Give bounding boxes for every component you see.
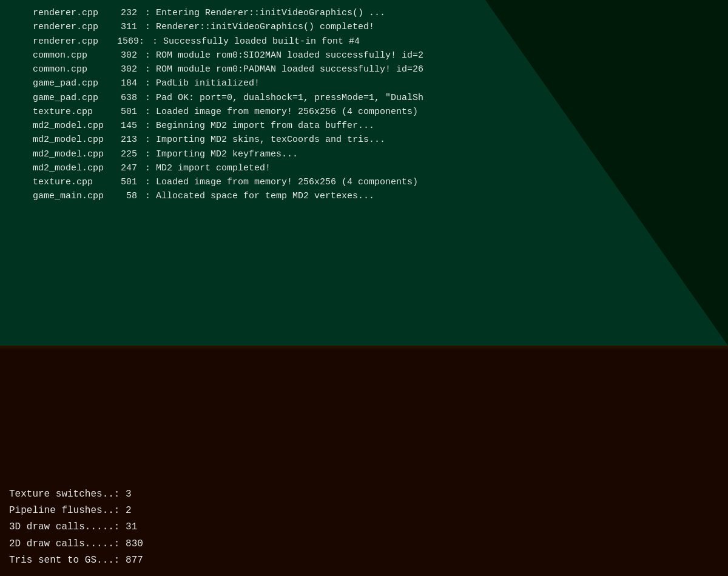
log-filename: md2_model.cpp — [27, 119, 106, 133]
log-linenum: 1569: — [106, 35, 147, 49]
stats-label: 3D draw calls.....: — [9, 521, 120, 532]
stats-value: 31 — [126, 521, 137, 532]
log-line: renderer.cpp 1569: : Successfully loaded… — [9, 35, 719, 49]
log-message: : PadLib initialized! — [140, 76, 260, 90]
log-message: : Successfully loaded built-in font #4 — [147, 35, 360, 49]
log-message: : Allocated space for temp MD2 vertexes.… — [140, 189, 374, 203]
log-line: common.cpp 302 : ROM module rom0:PADMAN … — [9, 62, 719, 76]
stats-value: 877 — [126, 555, 143, 566]
log-linenum: 213 — [106, 133, 140, 147]
stats-value: 830 — [126, 538, 143, 549]
log-message: : Pad OK: port=0, dualshock=1, pressMode… — [140, 91, 423, 105]
log-filename: renderer.cpp — [27, 6, 106, 20]
log-line: texture.cpp 501 : Loaded image from memo… — [9, 175, 719, 189]
log-linenum: 638 — [106, 91, 140, 105]
stats-line: 2D draw calls.....: 830 — [9, 536, 719, 552]
log-filename: renderer.cpp — [27, 35, 106, 49]
stats-line: 3D draw calls.....: 31 — [9, 519, 719, 535]
log-filename: texture.cpp — [27, 105, 106, 119]
log-linenum: 501 — [106, 175, 140, 189]
log-linenum: 58 — [106, 189, 140, 203]
log-line: md2_model.cpp 225 : Importing MD2 keyfra… — [9, 147, 719, 161]
log-filename: game_main.cpp — [27, 189, 106, 203]
log-linenum: 225 — [106, 147, 140, 161]
stats-label: Pipeline flushes..: — [9, 505, 120, 516]
log-linenum: 302 — [106, 62, 140, 76]
stats-line: Pipeline flushes..: 2 — [9, 503, 719, 519]
stats-line: Texture switches..: 3 — [9, 486, 719, 503]
log-filename: common.cpp — [27, 62, 106, 76]
log-line: md2_model.cpp 213 : Importing MD2 skins,… — [9, 133, 719, 147]
log-message: : Loaded image from memory! 256x256 (4 c… — [140, 175, 418, 189]
log-filename: md2_model.cpp — [27, 161, 106, 175]
log-filename: game_pad.cpp — [27, 76, 106, 90]
log-linenum: 311 — [106, 20, 140, 34]
log-line: renderer.cpp 311 : Renderer::initVideoGr… — [9, 20, 719, 34]
stats-label: 2D draw calls.....: — [9, 538, 120, 549]
log-filename: md2_model.cpp — [27, 133, 106, 147]
log-message: : Loaded image from memory! 256x256 (4 c… — [140, 105, 418, 119]
log-message: : Beginning MD2 import from data buffer.… — [140, 119, 374, 133]
log-message: : MD2 import completed! — [140, 161, 271, 175]
log-linenum: 232 — [106, 6, 140, 20]
stats-panel: Texture switches..: 3Pipeline flushes..:… — [0, 350, 728, 576]
stats-value: 3 — [126, 489, 132, 500]
log-line: game_main.cpp 58 : Allocated space for t… — [9, 189, 719, 203]
stats-label: Texture switches..: — [9, 489, 120, 500]
log-line: game_pad.cpp 184 : PadLib initialized! — [9, 76, 719, 90]
stats-label: Tris sent to GS...: — [9, 555, 120, 566]
log-output-panel: renderer.cpp 232 : Entering Renderer::in… — [0, 0, 728, 346]
log-linenum: 247 — [106, 161, 140, 175]
log-line: common.cpp 302 : ROM module rom0:SIO2MAN… — [9, 49, 719, 62]
log-linenum: 302 — [106, 49, 140, 62]
log-linenum: 501 — [106, 105, 140, 119]
log-filename: game_pad.cpp — [27, 91, 106, 105]
log-line: md2_model.cpp 145 : Beginning MD2 import… — [9, 119, 719, 133]
log-filename: renderer.cpp — [27, 20, 106, 34]
log-message: : Importing MD2 skins, texCoords and tri… — [140, 133, 385, 147]
log-message: : Importing MD2 keyframes... — [140, 147, 298, 161]
log-message: : ROM module rom0:SIO2MAN loaded success… — [140, 49, 423, 62]
log-filename: texture.cpp — [27, 175, 106, 189]
log-linenum: 145 — [106, 119, 140, 133]
log-line: texture.cpp 501 : Loaded image from memo… — [9, 105, 719, 119]
log-message: : Renderer::initVideoGraphics() complete… — [140, 20, 374, 34]
section-divider — [0, 346, 728, 350]
stats-value: 2 — [126, 505, 132, 516]
log-line: md2_model.cpp 247 : MD2 import completed… — [9, 161, 719, 175]
log-message: : Entering Renderer::initVideoGraphics()… — [140, 6, 385, 20]
log-line: renderer.cpp 232 : Entering Renderer::in… — [9, 6, 719, 20]
log-filename: common.cpp — [27, 49, 106, 62]
log-line: game_pad.cpp 638 : Pad OK: port=0, duals… — [9, 91, 719, 105]
log-message: : ROM module rom0:PADMAN loaded successf… — [140, 62, 423, 76]
log-filename: md2_model.cpp — [27, 147, 106, 161]
log-linenum: 184 — [106, 76, 140, 90]
stats-line: Tris sent to GS...: 877 — [9, 552, 719, 569]
